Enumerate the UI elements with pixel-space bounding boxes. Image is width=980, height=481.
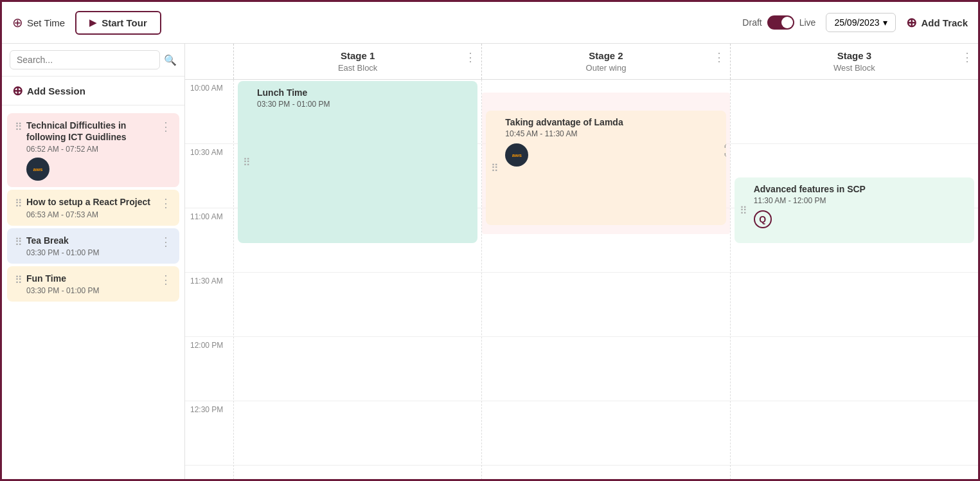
block-time: 11:30 AM - 12:00 PM (754, 196, 967, 205)
list-item[interactable]: ⠿ Fun Time 03:30 PM - 01:00 PM ⋮ (7, 266, 179, 302)
time-column: 10:00 AM 10:30 AM 11:00 AM 11:30 AM 12:0… (185, 80, 233, 481)
time-slot: 10:00 AM (185, 80, 233, 144)
add-session-label: Add Session (27, 86, 85, 96)
lambda-block[interactable]: ⠿ Taking advantage of Lamda 10:45 AM - 1… (486, 111, 726, 225)
session-title: Fun Time (26, 273, 160, 284)
session-time: 03:30 PM - 01:00 PM (26, 248, 160, 257)
stage-2-location: Outer wing (487, 63, 724, 73)
stage-2-name: Stage 2 (487, 50, 724, 61)
lane-slot (731, 80, 978, 144)
list-item[interactable]: ⠿ Tea Break 03:30 PM - 01:00 PM ⋮ (7, 228, 179, 264)
stage-3-lane: ⠿ Advanced features in SCP 11:30 AM - 12… (730, 80, 978, 481)
time-col-header (185, 44, 233, 79)
lane-slot (482, 401, 729, 466)
lane-slot (234, 273, 481, 337)
block-time: 10:45 AM - 11:30 AM (505, 129, 718, 138)
toggle-knob (781, 17, 793, 28)
session-menu-icon[interactable]: ⋮ (160, 196, 172, 210)
calendar-area: Stage 1 East Block ⋮ Stage 2 Outer wing … (185, 44, 978, 481)
list-item[interactable]: ⠿ How to setup a React Project 06:53 AM … (7, 190, 179, 225)
lane-slot (234, 337, 481, 401)
sidebar: 🔍 ⊕ Add Session ⠿ Technical Difficulties… (2, 44, 185, 481)
search-icon[interactable]: 🔍 (164, 54, 177, 66)
stage-2-menu-icon[interactable]: ⋮ (713, 50, 725, 64)
time-slot: 11:30 AM (185, 273, 233, 337)
session-time: 06:52 AM - 07:52 AM (26, 145, 160, 154)
session-content: Technical Difficulties in following ICT … (26, 120, 160, 181)
block-drag-icon: ⠿ (243, 156, 251, 168)
aws-logo: aws (512, 152, 522, 158)
stage-1-header: Stage 1 East Block ⋮ (233, 44, 481, 79)
session-time: 06:53 AM - 07:53 AM (26, 210, 160, 219)
session-menu-icon[interactable]: ⋮ (160, 273, 172, 287)
session-title: Tea Break (26, 235, 160, 246)
block-drag-icon: ⠿ (491, 162, 499, 174)
drag-handle-icon: ⠿ (15, 121, 22, 133)
stage-1-location: East Block (239, 63, 476, 73)
lane-slot (731, 273, 978, 337)
drag-handle-icon: ⠿ (15, 236, 22, 248)
stages-header: Stage 1 East Block ⋮ Stage 2 Outer wing … (185, 44, 978, 80)
stage-3-location: West Block (736, 63, 973, 73)
drag-handle-icon: ⠿ (15, 274, 22, 286)
search-input[interactable] (10, 50, 160, 69)
plus-circle-icon-2: ⊕ (906, 15, 917, 30)
start-tour-button[interactable]: ▶ Start Tour (75, 11, 161, 35)
plus-circle-icon: ⊕ (12, 15, 23, 30)
stage-1-lane: ⠿ Lunch Time 03:30 PM - 01:00 PM (233, 80, 481, 481)
stage-1-menu-icon[interactable]: ⋮ (465, 50, 476, 64)
session-title: Technical Difficulties in following ICT … (26, 120, 160, 143)
lane-slot (482, 273, 729, 337)
block-time: 03:30 PM - 01:00 PM (257, 100, 470, 109)
session-menu-icon[interactable]: ⋮ (160, 235, 172, 249)
top-header: ⊕ Set Time ▶ Start Tour Draft Live 25/09… (2, 2, 978, 44)
time-slot: 11:00 AM (185, 208, 233, 273)
block-drag-icon: ⠿ (740, 204, 747, 217)
date-picker[interactable]: 25/09/2023 ▾ (826, 13, 896, 32)
draft-live-toggle: Draft Live (742, 15, 815, 30)
toggle-switch[interactable] (767, 15, 794, 30)
live-label: Live (799, 17, 816, 28)
q-icon: Q (754, 210, 772, 228)
stage-3-menu-icon[interactable]: ⋮ (961, 50, 973, 64)
block-title: Lunch Time (257, 87, 470, 98)
session-title: How to setup a React Project (26, 196, 160, 208)
draft-label: Draft (742, 17, 762, 28)
play-icon: ▶ (89, 17, 96, 28)
session-content: Fun Time 03:30 PM - 01:00 PM (26, 273, 160, 295)
add-track-button[interactable]: ⊕ Add Track (906, 15, 968, 30)
stage-2-header: Stage 2 Outer wing ⋮ (481, 44, 729, 79)
session-list: ⠿ Technical Difficulties in following IC… (2, 105, 184, 481)
chevron-down-icon: ▾ (883, 17, 887, 28)
time-slot: 10:30 AM (185, 144, 233, 208)
lunch-time-block[interactable]: ⠿ Lunch Time 03:30 PM - 01:00 PM (238, 81, 477, 243)
lane-slot (482, 337, 729, 401)
session-content: Tea Break 03:30 PM - 01:00 PM (26, 235, 160, 257)
stage-2-lane: ⠿ Taking advantage of Lamda 10:45 AM - 1… (481, 80, 729, 481)
avatar: aws (26, 158, 49, 181)
set-time-label: Set Time (27, 17, 65, 28)
date-value: 25/09/2023 (834, 17, 879, 28)
stage-3-header: Stage 3 West Block ⋮ (730, 44, 978, 79)
avatar: aws (505, 143, 528, 167)
scp-block[interactable]: ⠿ Advanced features in SCP 11:30 AM - 12… (735, 177, 974, 243)
set-time-button[interactable]: ⊕ Set Time (12, 15, 65, 30)
move-icon: ⛶ (724, 143, 726, 159)
stages-grid: ⠿ Lunch Time 03:30 PM - 01:00 PM (233, 80, 978, 481)
add-session-button[interactable]: ⊕ Add Session (2, 77, 184, 105)
session-content: How to setup a React Project 06:53 AM - … (26, 196, 160, 219)
lane-slot (234, 401, 481, 466)
session-time: 03:30 PM - 01:00 PM (26, 286, 160, 295)
block-title: Advanced features in SCP (754, 184, 967, 194)
start-tour-label: Start Tour (102, 17, 147, 28)
lane-slot (731, 401, 978, 466)
stage-1-name: Stage 1 (239, 50, 476, 61)
add-track-label: Add Track (921, 17, 968, 28)
list-item[interactable]: ⠿ Technical Difficulties in following IC… (7, 113, 179, 187)
stage-3-name: Stage 3 (736, 50, 973, 61)
session-menu-icon[interactable]: ⋮ (160, 120, 172, 134)
header-right: Draft Live 25/09/2023 ▾ ⊕ Add Track (742, 13, 968, 32)
block-title: Taking advantage of Lamda (505, 117, 718, 127)
add-session-plus-icon: ⊕ (12, 83, 23, 98)
calendar-grid: 10:00 AM 10:30 AM 11:00 AM 11:30 AM 12:0… (185, 80, 978, 481)
